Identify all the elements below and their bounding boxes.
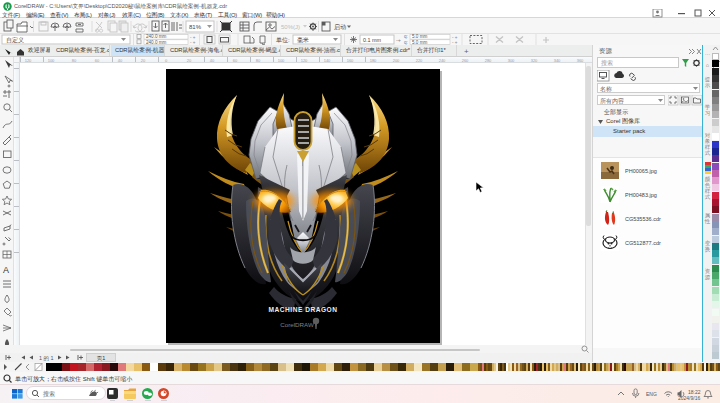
- svg-text:2024/9/16: 2024/9/16: [678, 395, 700, 401]
- svg-text:220: 220: [416, 58, 423, 63]
- svg-text:40: 40: [210, 58, 215, 63]
- svg-text:140: 140: [324, 58, 331, 63]
- svg-text:A: A: [3, 265, 9, 275]
- svg-text:340: 340: [554, 58, 561, 63]
- svg-text:260: 260: [462, 58, 469, 63]
- svg-text:320: 320: [531, 58, 538, 63]
- svg-text:280: 280: [485, 58, 492, 63]
- svg-text:MACHINE DRAGON: MACHINE DRAGON: [269, 306, 338, 313]
- svg-text:100: 100: [278, 58, 285, 63]
- svg-text:160: 160: [347, 58, 354, 63]
- svg-text:60: 60: [95, 58, 100, 63]
- svg-text:100: 100: [48, 58, 55, 63]
- svg-text:40: 40: [118, 58, 123, 63]
- svg-text:1 的 1: 1 的 1: [39, 355, 54, 362]
- svg-text:60: 60: [233, 58, 238, 63]
- svg-text:0: 0: [165, 58, 168, 63]
- svg-text:搜索: 搜索: [43, 390, 55, 398]
- svg-text:180: 180: [370, 58, 377, 63]
- svg-text:CorelDRAW: CorelDRAW: [280, 321, 314, 328]
- svg-text:360: 360: [577, 58, 584, 63]
- svg-text:200: 200: [393, 58, 400, 63]
- svg-text:80: 80: [72, 58, 77, 63]
- svg-text:300: 300: [508, 58, 515, 63]
- svg-text:20: 20: [187, 58, 192, 63]
- svg-text:ENG: ENG: [646, 391, 657, 397]
- svg-text:240: 240: [439, 58, 446, 63]
- svg-text:120: 120: [25, 58, 32, 63]
- svg-text:120: 120: [301, 58, 308, 63]
- svg-text:20: 20: [141, 58, 146, 63]
- svg-text:80: 80: [256, 58, 261, 63]
